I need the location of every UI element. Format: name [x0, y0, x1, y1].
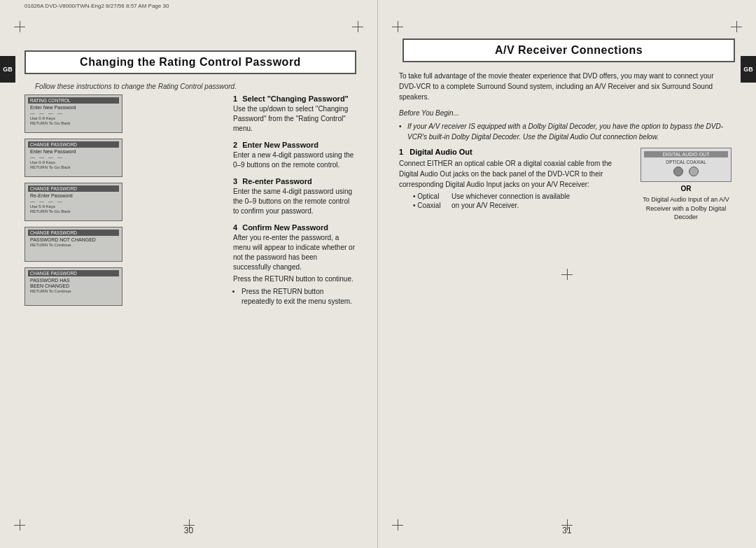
screen-1-line2: Use 0-9 Keys — [30, 116, 117, 120]
screen-2-line1: — — — — — [30, 155, 117, 160]
diagram-subtitle: OPTICAL COAXIAL — [644, 160, 728, 164]
screen-3: CHANGE PASSWORD Re-Enter Password — — — … — [24, 183, 122, 221]
screen-5-line1: BEEN CHANGED — [30, 283, 117, 288]
screen-4-title: CHANGE PASSWORD — [28, 230, 119, 236]
screen-5-title: CHANGE PASSWORD — [28, 270, 119, 276]
bullet-italic-text: If your A/V receiver IS equipped with a … — [407, 122, 723, 141]
before-begin: Before You Begin... — [399, 109, 732, 117]
step-4: 4 Confirm New Password After you re-ente… — [233, 223, 356, 307]
right-page: GB A/V Receiver Connections To take full… — [378, 0, 756, 548]
crosshair-right-page-center — [561, 269, 573, 280]
right-step-1-heading: 1 Digital Audio Out — [399, 148, 629, 156]
right-content-area: To take full advantage of the movie thea… — [378, 71, 756, 222]
crosshair-left-bottom — [14, 519, 25, 531]
optical-jack-icon — [673, 167, 683, 176]
step-1: 1 Select "Changing Password" Use the up/… — [233, 94, 356, 134]
crosshair-right-page-top-left — [392, 21, 403, 32]
tab-right-label: GB — [743, 66, 753, 73]
step-4-title: Confirm New Password — [242, 223, 328, 232]
left-section-header: Changing the Rating Control Password — [24, 50, 356, 74]
diagram-or: OR — [640, 185, 732, 192]
screen-1: RATING CONTROL Enter New Password — — — … — [24, 94, 122, 133]
step-3-text: Enter the same 4-digit password using th… — [233, 187, 356, 216]
screen-3-line3: RETURN To Go Back — [30, 209, 117, 213]
page-number-left: 30 — [184, 526, 193, 535]
screen-5-line0: PASSWORD HAS — [30, 278, 117, 283]
diagram-box: DIGITAL AUDIO OUT OPTICAL COAXIAL — [640, 148, 732, 182]
step-2-number: 2 — [233, 141, 237, 149]
screen-2: CHANGE PASSWORD Enter New Password — — —… — [24, 139, 122, 177]
step-1-heading: 1 Select "Changing Password" — [233, 94, 356, 103]
meta-line: 01626A DVD-V8000/TWN-Eng2 8/27/56 8:57 A… — [0, 0, 377, 12]
right-steps-area: 1 Digital Audio Out Connect EITHER an op… — [399, 148, 629, 222]
screen-2-line0: Enter New Password — [30, 149, 117, 154]
step-3-heading: 3 Re-enter Password — [233, 177, 356, 185]
screen-3-line1: — — — — — [30, 199, 117, 204]
step-4-bullets: Press the RETURN button repeatedly to ex… — [241, 287, 356, 307]
bullet-coaxial-text: on your A/V Receiver. — [451, 202, 519, 209]
screen-4-line0: PASSWORD NOT CHANGED — [30, 237, 117, 242]
screens-column: RATING CONTROL Enter New Password — — — … — [24, 94, 122, 311]
bullet-coaxial: • Coaxial on your A/V Receiver. — [413, 202, 629, 209]
instructions-intro: Follow these instructions to change the … — [28, 83, 353, 90]
right-bullets: • Optical Use whichever connection is av… — [413, 192, 629, 209]
screen-2-title: CHANGE PASSWORD — [28, 141, 119, 148]
screen-3-title: CHANGE PASSWORD — [28, 185, 119, 192]
step-2: 2 Enter New Password Enter a new 4-digit… — [233, 141, 356, 170]
diagram-title: DIGITAL AUDIO OUT — [644, 151, 728, 157]
right-step-1-title: Digital Audio Out — [410, 148, 472, 156]
bullet-optical: • Optical Use whichever connection is av… — [413, 192, 629, 200]
screen-5-line2: RETURN To Continue — [30, 289, 117, 293]
step-3: 3 Re-enter Password Enter the same 4-dig… — [233, 177, 356, 216]
right-intro: To take full advantage of the movie thea… — [399, 71, 732, 102]
step-4-number: 4 — [233, 223, 237, 232]
step-2-text: Enter a new 4-digit password using the 0… — [233, 150, 356, 170]
diagram-caption: To Digital Audio Input of an A/V Receive… — [640, 195, 732, 222]
left-page: 01626A DVD-V8000/TWN-Eng2 8/27/56 8:57 A… — [0, 0, 378, 548]
crosshair-left-top — [14, 21, 25, 32]
right-section-header: A/V Receiver Connections — [402, 38, 735, 62]
step-4-heading: 4 Confirm New Password — [233, 223, 356, 232]
tab-left-label: GB — [3, 66, 13, 73]
right-step-1: 1 Digital Audio Out Connect EITHER an op… — [399, 148, 629, 209]
screen-5: CHANGE PASSWORD PASSWORD HAS BEEN CHANGE… — [24, 267, 122, 306]
step-1-number: 1 — [233, 94, 237, 103]
step-1-title: Select "Changing Password" — [242, 94, 349, 103]
diagram-jacks — [644, 167, 728, 176]
bullet-coaxial-label: • Coaxial — [413, 202, 451, 209]
page-container: 01626A DVD-V8000/TWN-Eng2 8/27/56 8:57 A… — [0, 0, 756, 548]
screen-1-line3: RETURN To Go Back — [30, 121, 117, 125]
left-content-area: Follow these instructions to change the … — [0, 83, 377, 90]
screen-3-line2: Use 5-9 Keys — [30, 204, 117, 209]
bullet-italic: If your A/V receiver IS equipped with a … — [399, 121, 732, 142]
step-3-number: 3 — [233, 177, 237, 185]
step-3-title: Re-enter Password — [242, 177, 312, 185]
crosshair-right-page-bottom-left — [392, 519, 403, 531]
screen-2-line2: Use 0-9 Keys — [30, 160, 117, 164]
coaxial-jack-icon — [689, 167, 699, 176]
tab-right: GB — [741, 56, 756, 83]
screen-4: CHANGE PASSWORD PASSWORD NOT CHANGED RET… — [24, 227, 122, 262]
bullet-optical-label: • Optical — [413, 192, 451, 200]
left-header-title: Changing the Rating Control Password — [80, 56, 301, 68]
page-number-right: 31 — [562, 526, 571, 535]
diagram-area: DIGITAL AUDIO OUT OPTICAL COAXIAL OR To … — [640, 148, 732, 222]
step-2-heading: 2 Enter New Password — [233, 141, 356, 149]
tab-left: GB — [0, 56, 15, 83]
bullet-optical-text: Use whichever connection is available — [451, 192, 570, 200]
steps-content: 1 Select "Changing Password" Use the up/… — [233, 94, 356, 314]
step-4-text: After you re-enter the password, a menu … — [233, 233, 356, 272]
crosshair-right-top — [352, 21, 363, 32]
step-4-bullet-1: Press the RETURN button repeatedly to ex… — [241, 287, 356, 307]
screen-1-line1: — — — — — [30, 111, 117, 115]
step-1-text: Use the up/down to select "Changing Pass… — [233, 104, 356, 134]
step-2-title: Enter New Password — [242, 141, 318, 149]
crosshair-right-page-top-right — [731, 21, 742, 32]
screen-2-line3: RETURN To Go Back — [30, 165, 117, 169]
right-step-1-number: 1 — [399, 148, 403, 156]
right-header-title: A/V Receiver Connections — [495, 44, 643, 56]
right-step-1-text: Connect EITHER an optical cable OR a dig… — [399, 158, 629, 190]
step-4-subtext: Press the RETURN button to continue. — [233, 274, 356, 284]
screen-3-line0: Re-Enter Password — [30, 193, 117, 198]
screen-4-line2: RETURN To Continue — [30, 243, 117, 247]
